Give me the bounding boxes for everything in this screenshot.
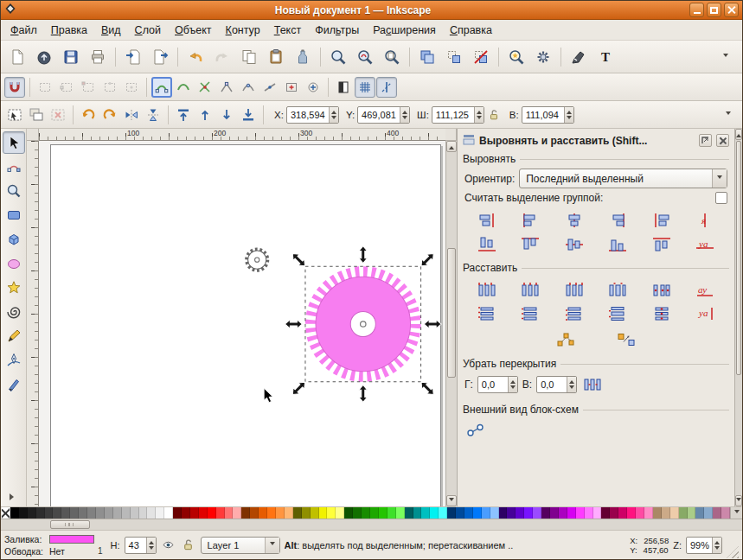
text-anchor-vertical-button[interactable]: уа (685, 233, 727, 255)
align-left-edges-button[interactable] (510, 209, 552, 231)
create-clone-button[interactable] (441, 44, 467, 70)
zoom-tool-button[interactable] (3, 180, 25, 202)
palette-swatch[interactable] (311, 507, 319, 519)
remove-overlaps-button[interactable] (581, 373, 604, 395)
text-and-font-button[interactable]: T (592, 44, 618, 70)
duplicate-button[interactable] (414, 44, 440, 70)
palette-scrollbar[interactable] (1, 519, 742, 530)
text-anchor-horizontal-button[interactable]: я (685, 209, 727, 231)
raise-to-top-button[interactable] (173, 105, 194, 125)
panel-scrollbar[interactable] (734, 129, 742, 506)
ellipse-tool-button[interactable] (3, 252, 25, 275)
lock-width-height-toggle[interactable] (485, 106, 503, 124)
palette-swatch[interactable] (250, 507, 259, 519)
text-distribute-horizontal-button[interactable]: ау (685, 278, 727, 300)
lower-to-bottom-button[interactable] (238, 105, 259, 125)
maximize-button[interactable] (707, 3, 721, 17)
arrange-connector-network-button[interactable] (464, 419, 487, 441)
palette-swatch[interactable] (473, 507, 482, 519)
palette-swatch[interactable] (70, 507, 79, 519)
palette-swatch[interactable] (302, 507, 311, 519)
palette-swatch[interactable] (541, 507, 550, 519)
unlink-clone-button[interactable] (468, 44, 494, 70)
x-spinbox[interactable]: 318,594 (286, 106, 339, 124)
palette-swatch[interactable] (524, 507, 533, 519)
palette-swatch[interactable] (388, 507, 396, 519)
palette-swatch[interactable] (182, 507, 190, 519)
palette-swatch[interactable] (430, 507, 439, 519)
selector-tool-button[interactable] (3, 131, 25, 154)
canvas-vertical-scrollbar[interactable] (445, 141, 457, 506)
palette-swatch[interactable] (45, 507, 54, 519)
palette-swatch[interactable] (713, 507, 721, 519)
print-document-button[interactable] (85, 44, 111, 70)
panel-scroll-down-button[interactable] (735, 495, 742, 506)
palette-swatch[interactable] (139, 507, 148, 519)
rotate-90-ccw-button[interactable] (78, 105, 99, 125)
save-document-button[interactable] (58, 44, 84, 70)
layer-lock-button[interactable] (181, 538, 196, 553)
find-objects-button[interactable] (503, 44, 529, 70)
horizontal-ruler[interactable]: 100200300400 (39, 129, 445, 141)
make-horizontal-gaps-equal-button[interactable] (598, 278, 639, 300)
spiral-tool-button[interactable] (3, 301, 25, 323)
more-tools-button[interactable] (4, 491, 23, 503)
flip-horizontal-button[interactable] (121, 105, 142, 125)
palette-swatch[interactable] (610, 507, 618, 519)
palette-swatch[interactable] (164, 507, 173, 519)
raise-button[interactable] (195, 105, 215, 125)
zoom-to-page-button[interactable] (379, 44, 405, 70)
menu-layer[interactable]: Слой (128, 22, 168, 39)
deselect-button[interactable] (48, 105, 68, 125)
distribute-right-edges-button[interactable] (554, 278, 595, 300)
menu-filters[interactable]: Фильтры (308, 22, 366, 39)
distribute-anchors-vertically-button[interactable] (641, 302, 682, 324)
select-all-button[interactable] (4, 105, 25, 125)
snap-bbox-edges-button[interactable] (56, 77, 77, 98)
snap-guides-button[interactable] (376, 77, 397, 98)
palette-swatch[interactable] (156, 507, 164, 519)
align-left-to-anchor-right-button[interactable] (641, 209, 682, 231)
palette-swatch[interactable] (585, 507, 593, 519)
palette-swatch[interactable] (241, 507, 250, 519)
canvas-vscroll-thumb[interactable] (447, 248, 456, 378)
enable-snapping-button[interactable] (4, 77, 25, 98)
height-spinbox[interactable]: 111,094 (522, 106, 574, 124)
scroll-up-button[interactable] (446, 141, 457, 152)
palette-swatch[interactable] (208, 507, 216, 519)
zoom-to-selection-button[interactable] (325, 44, 351, 70)
more-tool-options-button[interactable] (718, 105, 739, 125)
palette-swatch[interactable] (679, 507, 688, 519)
palette-swatch[interactable] (567, 507, 576, 519)
minimize-button[interactable] (689, 3, 704, 17)
palette-swatch[interactable] (36, 507, 45, 519)
panel-scroll-thumb[interactable] (736, 141, 741, 375)
distribute-bottom-edges-button[interactable] (554, 302, 595, 324)
palette-swatch[interactable] (695, 507, 704, 519)
export-bitmap-button[interactable] (147, 44, 173, 70)
3d-box-tool-button[interactable] (3, 228, 25, 251)
palette-swatch[interactable] (662, 507, 670, 519)
palette-swatch[interactable] (19, 507, 28, 519)
palette-swatch[interactable] (379, 507, 388, 519)
snap-nodes-button[interactable] (151, 77, 172, 98)
copy-button[interactable] (236, 44, 262, 70)
palette-swatch[interactable] (28, 507, 36, 519)
snap-bbox-edge-midpoints-button[interactable] (99, 77, 120, 98)
palette-swatch[interactable] (482, 507, 490, 519)
palette-swatch[interactable] (688, 507, 696, 519)
center-on-vertical-axis-button[interactable] (554, 209, 595, 231)
palette-swatch[interactable] (670, 507, 679, 519)
palette-swatch[interactable] (490, 507, 499, 519)
palette-swatch[interactable] (405, 507, 413, 519)
small-gear-object[interactable] (247, 250, 267, 270)
menu-object[interactable]: Объект (168, 22, 219, 39)
palette-swatch[interactable] (550, 507, 559, 519)
lower-button[interactable] (216, 105, 237, 125)
palette-swatch[interactable] (439, 507, 447, 519)
palette-swatch[interactable] (601, 507, 610, 519)
align-bottom-to-anchor-top-button[interactable] (466, 233, 508, 255)
snap-bbox-corners-button[interactable] (78, 77, 99, 98)
palette-swatch[interactable] (499, 507, 508, 519)
snap-bbox-centers-button[interactable] (121, 77, 142, 98)
